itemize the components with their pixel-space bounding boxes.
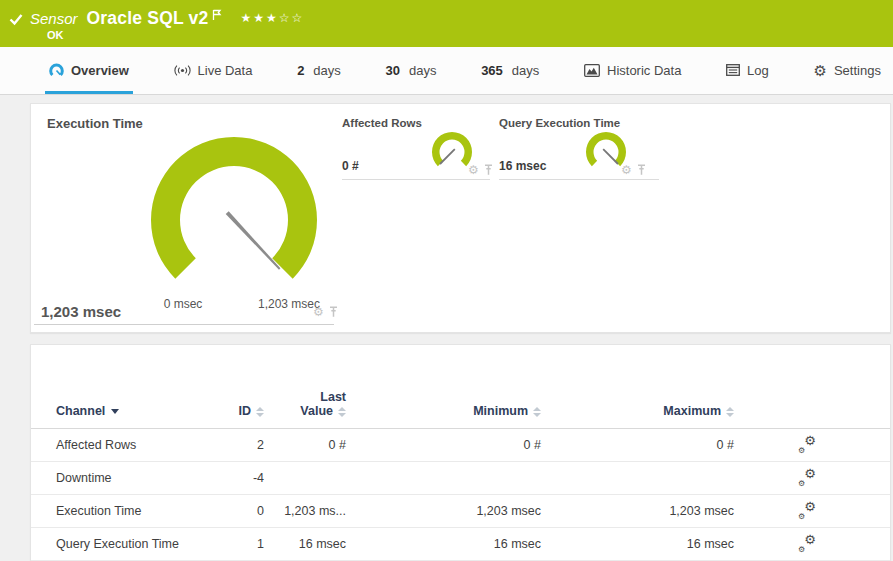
sensor-tabbar: Overview Live Data 2 days 30 days 365 da… bbox=[0, 47, 893, 95]
cell-divider bbox=[34, 324, 334, 325]
area-chart-icon bbox=[584, 64, 600, 77]
channel-gear-icon[interactable]: ⚙ bbox=[621, 164, 632, 176]
tab-365-days[interactable]: 365 days bbox=[477, 47, 543, 94]
channel-settings-icon[interactable]: ⚙⚙ bbox=[798, 535, 816, 551]
channel-id: 2 bbox=[206, 438, 264, 452]
status-badge: OK bbox=[47, 29, 64, 41]
channels-panel: Channel ID Last Value Minimum Maximum bbox=[30, 344, 891, 561]
tab-number: 365 bbox=[481, 63, 503, 78]
broadcast-icon bbox=[174, 64, 191, 77]
channel-maximum: 16 msec bbox=[541, 537, 734, 551]
channel-last-value: 0 # bbox=[264, 438, 346, 452]
table-row: Affected Rows 2 0 # 0 # 0 # ⚙⚙ bbox=[31, 429, 890, 462]
tab-overview[interactable]: Overview bbox=[45, 47, 133, 94]
gauge-min-label: 0 msec bbox=[148, 297, 218, 311]
tab-label: Live Data bbox=[198, 63, 253, 78]
gear-icon: ⚙ bbox=[814, 63, 827, 78]
pin-icon[interactable] bbox=[637, 164, 646, 176]
sort-icon bbox=[533, 407, 541, 417]
gauge-needle bbox=[440, 149, 455, 164]
channel-name: Execution Time bbox=[56, 504, 206, 518]
tab-2-days[interactable]: 2 days bbox=[293, 47, 345, 94]
prtg-sensor-page: Sensor Oracle SQL v2 ★★★☆☆ OK Overview L… bbox=[0, 0, 893, 561]
affected-rows-gauge-title: Affected Rows bbox=[342, 117, 422, 129]
gauge-icon bbox=[49, 63, 64, 77]
channel-settings-icon[interactable]: ⚙⚙ bbox=[798, 469, 816, 485]
cell-divider bbox=[499, 179, 659, 180]
channel-minimum: 16 msec bbox=[346, 537, 541, 551]
main-gauge-value: 1,203 msec bbox=[41, 303, 121, 320]
table-row: Downtime -4 ⚙⚙ bbox=[31, 462, 890, 495]
column-header-maximum[interactable]: Maximum bbox=[541, 404, 734, 418]
tab-label: Historic Data bbox=[607, 63, 681, 78]
tab-number: 30 bbox=[386, 63, 400, 78]
ok-check-icon bbox=[9, 13, 23, 26]
channels-table: Channel ID Last Value Minimum Maximum bbox=[31, 345, 890, 561]
gauges-panel: Execution Time 0 msec 1,203 msec 1,203 m… bbox=[30, 103, 891, 333]
tab-label: days bbox=[409, 63, 436, 78]
tab-label: Settings bbox=[834, 63, 881, 78]
sensor-name: Oracle SQL v2 bbox=[87, 8, 209, 29]
sort-descending-icon bbox=[111, 409, 119, 414]
main-gauge-title: Execution Time bbox=[47, 116, 143, 131]
priority-flag-icon[interactable] bbox=[212, 9, 222, 21]
channel-last-value: 1,203 ms... bbox=[264, 504, 346, 518]
tab-historic-data[interactable]: Historic Data bbox=[580, 47, 685, 94]
channel-maximum: 0 # bbox=[541, 438, 734, 452]
channel-name: Query Execution Time bbox=[56, 537, 206, 551]
gauge-needle bbox=[226, 211, 281, 269]
gauge-needle bbox=[603, 149, 618, 164]
object-kind-label: Sensor bbox=[30, 10, 78, 27]
table-row: Query Execution Time 1 16 msec 16 msec 1… bbox=[31, 528, 890, 561]
tab-label: Overview bbox=[71, 63, 129, 78]
channel-id: 0 bbox=[206, 504, 264, 518]
tab-number: 2 bbox=[297, 63, 304, 78]
table-header-row: Channel ID Last Value Minimum Maximum bbox=[31, 345, 890, 429]
channel-settings-icon[interactable]: ⚙⚙ bbox=[798, 436, 816, 452]
column-header-channel[interactable]: Channel bbox=[56, 404, 206, 418]
priority-stars[interactable]: ★★★☆☆ bbox=[240, 11, 304, 25]
tab-label: days bbox=[313, 63, 340, 78]
cell-divider bbox=[342, 179, 490, 180]
table-row: Execution Time 0 1,203 ms... 1,203 msec … bbox=[31, 495, 890, 528]
execution-time-gauge bbox=[139, 125, 329, 315]
tab-log[interactable]: Log bbox=[722, 47, 773, 94]
channel-name: Affected Rows bbox=[56, 438, 206, 452]
channel-minimum: 0 # bbox=[346, 438, 541, 452]
sensor-header: Sensor Oracle SQL v2 ★★★☆☆ OK bbox=[0, 0, 893, 47]
tab-settings[interactable]: ⚙ Settings bbox=[810, 47, 885, 94]
sort-icon bbox=[256, 407, 264, 417]
channel-id: 1 bbox=[206, 537, 264, 551]
sort-icon bbox=[338, 407, 346, 417]
column-header-last-value[interactable]: Last Value bbox=[264, 390, 346, 418]
channel-gear-icon[interactable]: ⚙ bbox=[468, 164, 479, 176]
tab-live-data[interactable]: Live Data bbox=[170, 47, 257, 94]
channel-settings-icon[interactable]: ⚙⚙ bbox=[798, 502, 816, 518]
tab-30-days[interactable]: 30 days bbox=[382, 47, 441, 94]
channel-gear-icon[interactable]: ⚙ bbox=[313, 306, 324, 318]
log-icon bbox=[726, 64, 740, 76]
channel-last-value: 16 msec bbox=[264, 537, 346, 551]
channel-id: -4 bbox=[206, 471, 264, 485]
sort-icon bbox=[726, 407, 734, 417]
tab-label: days bbox=[512, 63, 539, 78]
column-header-minimum[interactable]: Minimum bbox=[346, 404, 541, 418]
tab-label: Log bbox=[747, 63, 769, 78]
query-execution-gauge-value: 16 msec bbox=[499, 159, 546, 173]
pin-icon[interactable] bbox=[484, 164, 493, 176]
pin-icon[interactable] bbox=[329, 306, 338, 318]
channel-maximum: 1,203 msec bbox=[541, 504, 734, 518]
channel-minimum: 1,203 msec bbox=[346, 504, 541, 518]
channel-name: Downtime bbox=[56, 471, 206, 485]
affected-rows-gauge-value: 0 # bbox=[342, 159, 359, 173]
column-header-id[interactable]: ID bbox=[206, 404, 264, 418]
